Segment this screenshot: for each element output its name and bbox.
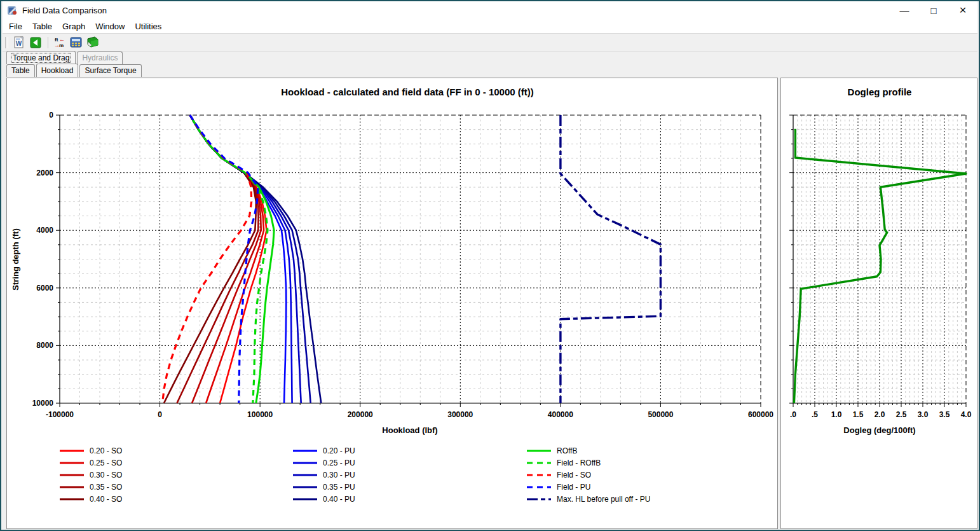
app-icon-graphic	[7, 5, 18, 16]
maximize-button[interactable]: □	[919, 1, 948, 19]
svg-text:3.5: 3.5	[939, 410, 950, 419]
svg-text:0: 0	[49, 111, 53, 120]
svg-text:.5: .5	[812, 410, 818, 419]
svg-text:0.30 - PU: 0.30 - PU	[323, 471, 355, 479]
menu-window[interactable]: Window	[90, 20, 130, 32]
menu-bar: File Table Graph Window Utilities	[3, 19, 977, 33]
dogleg-chart: .0.51.01.52.02.53.03.54.0Dogleg profileD…	[781, 78, 977, 528]
toolbar-separator	[48, 37, 48, 48]
svg-text:6000: 6000	[36, 284, 53, 293]
svg-text:Dogleg profile: Dogleg profile	[848, 86, 912, 97]
svg-text:ROffB: ROffB	[557, 446, 577, 455]
export-back-icon	[30, 37, 41, 48]
window-title: Field Data Comparison	[22, 6, 107, 15]
secondary-tabs: Table Hookload Surface Torque	[3, 64, 977, 77]
svg-text:0.20 - PU: 0.20 - PU	[323, 446, 355, 455]
svg-text:500000: 500000	[648, 410, 673, 419]
svg-text:0.35 - PU: 0.35 - PU	[323, 483, 355, 492]
svg-text:0.30 - SO: 0.30 - SO	[90, 471, 122, 479]
svg-text:1.5: 1.5	[853, 410, 864, 419]
svg-text:0.35 - SO: 0.35 - SO	[90, 483, 122, 492]
app-window: Field Data Comparison — □ × File Table G…	[0, 0, 980, 531]
svg-text:String depth (ft): String depth (ft)	[11, 228, 20, 290]
svg-text:0.40 - SO: 0.40 - SO	[90, 495, 122, 504]
svg-text:1.0: 1.0	[831, 410, 842, 419]
calculator-icon	[70, 37, 82, 48]
svg-text:W: W	[16, 40, 22, 47]
svg-text:m: m	[59, 43, 64, 48]
svg-text:Field - SO: Field - SO	[557, 471, 591, 479]
svg-text:400000: 400000	[548, 410, 573, 419]
close-button[interactable]: ×	[948, 1, 977, 19]
svg-text:600000: 600000	[748, 410, 773, 419]
svg-text:300000: 300000	[447, 410, 473, 419]
tab-hookload[interactable]: Hookload	[36, 64, 79, 77]
svg-text:200000: 200000	[348, 410, 373, 419]
window-controls: — □ ×	[890, 1, 977, 19]
toolbar-grip[interactable]	[5, 37, 8, 48]
primary-tabs: Torque and Drag Hydraulics	[3, 52, 977, 64]
unit-converter-button[interactable]: ft ← → m	[51, 36, 67, 50]
svg-text:4.0: 4.0	[961, 410, 972, 419]
tab-torque-and-drag[interactable]: Torque and Drag	[6, 51, 76, 64]
ft-to-m-icon: ft ← → m	[53, 36, 65, 49]
svg-text:0.40 - PU: 0.40 - PU	[323, 495, 355, 504]
svg-text:2000: 2000	[36, 169, 53, 177]
tab-torque-and-drag-label: Torque and Drag	[11, 53, 71, 62]
excel-export-button[interactable]	[28, 36, 43, 50]
svg-text:0.20 - SO: 0.20 - SO	[90, 446, 122, 455]
app-icon	[7, 5, 18, 16]
svg-text:2.5: 2.5	[896, 410, 907, 419]
tab-hydraulics[interactable]: Hydraulics	[77, 52, 123, 64]
contacts-button[interactable]	[85, 36, 100, 50]
svg-text:Field - PU: Field - PU	[557, 483, 590, 492]
menu-table[interactable]: Table	[27, 20, 57, 32]
notebook-icon	[86, 36, 99, 48]
hookload-chart: -100000010000020000030000040000050000060…	[7, 78, 777, 528]
svg-text:←: ←	[59, 36, 65, 43]
svg-text:0: 0	[158, 410, 162, 419]
dogleg-chart-panel: .0.51.01.52.02.53.03.54.0Dogleg profileD…	[780, 78, 977, 529]
hookload-chart-panel: -100000010000020000030000040000050000060…	[6, 78, 778, 529]
tab-table[interactable]: Table	[6, 64, 35, 77]
svg-text:.0: .0	[790, 410, 796, 419]
svg-text:Max. HL before pull off - PU: Max. HL before pull off - PU	[557, 495, 650, 504]
menu-graph[interactable]: Graph	[57, 20, 90, 32]
word-report-button[interactable]: W	[11, 36, 27, 50]
svg-text:8000: 8000	[36, 341, 53, 350]
calculator-button[interactable]	[68, 36, 83, 50]
content-area: -100000010000020000030000040000050000060…	[3, 77, 977, 528]
menu-file[interactable]: File	[4, 20, 27, 32]
svg-text:Field - ROffB: Field - ROffB	[557, 459, 601, 467]
svg-text:4000: 4000	[36, 226, 53, 235]
word-document-icon: W	[13, 36, 25, 49]
svg-text:Hookload - calculated and fiel: Hookload - calculated and field data (FF…	[281, 86, 534, 97]
tab-surface-torque[interactable]: Surface Torque	[79, 64, 141, 77]
svg-text:Hookload (lbf): Hookload (lbf)	[382, 425, 437, 435]
svg-text:Dogleg (deg/100ft): Dogleg (deg/100ft)	[843, 425, 915, 435]
svg-text:-100000: -100000	[46, 410, 74, 419]
minimize-button[interactable]: —	[890, 1, 919, 19]
menu-utilities[interactable]: Utilities	[130, 20, 167, 32]
toolbar: W ft ← → m	[3, 33, 977, 52]
titlebar: Field Data Comparison — □ ×	[3, 1, 977, 19]
svg-text:0.25 - SO: 0.25 - SO	[90, 459, 122, 467]
svg-text:0.25 - PU: 0.25 - PU	[323, 459, 355, 467]
svg-text:3.0: 3.0	[918, 410, 929, 419]
svg-text:2.0: 2.0	[875, 410, 885, 419]
svg-text:100000: 100000	[247, 410, 273, 419]
svg-text:10000: 10000	[32, 399, 54, 408]
